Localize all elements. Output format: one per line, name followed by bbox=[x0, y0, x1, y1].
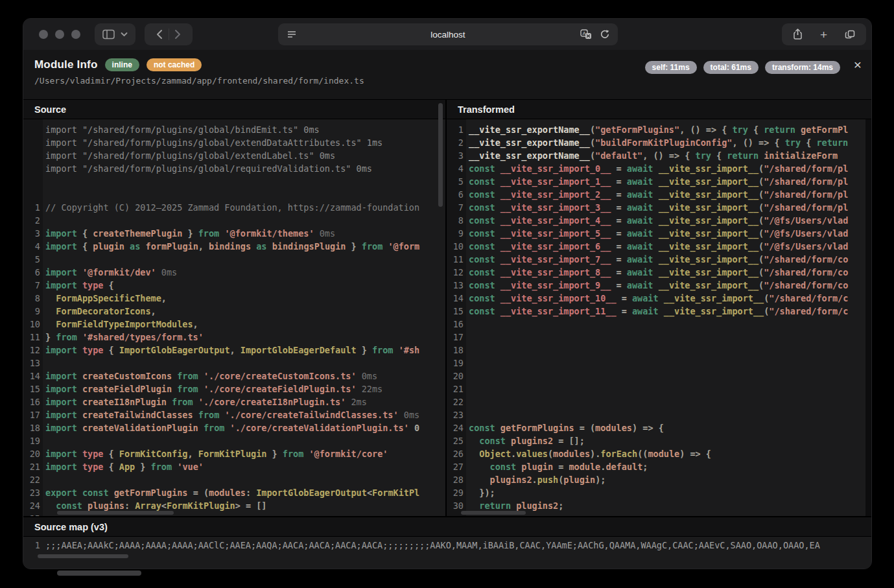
code-line: 29 }); bbox=[447, 486, 871, 499]
code-line: 7import type { bbox=[23, 279, 445, 292]
transformed-panel: Transformed 1__vite_ssr_exportName__("ge… bbox=[447, 100, 871, 517]
code-line: 3__vite_ssr_exportName__("default", () =… bbox=[447, 149, 871, 162]
sourcemap-title: Source map (v3) bbox=[23, 517, 871, 537]
code-line: 11} from '#shared/types/form.ts' bbox=[23, 331, 445, 344]
code-line: import "/shared/form/plugins/global/exte… bbox=[23, 136, 445, 149]
desktop: { "browser": { "url": "localhost", "icon… bbox=[0, 0, 894, 588]
code-line: 1__vite_ssr_exportName__("getFormPlugins… bbox=[447, 123, 871, 136]
code-line: 13 bbox=[23, 357, 445, 370]
page-title: Module Info bbox=[34, 58, 98, 71]
code-line: 17 bbox=[447, 331, 871, 344]
close-window-button[interactable] bbox=[39, 30, 48, 39]
toolbar-right-group: + bbox=[782, 23, 866, 45]
code-line bbox=[23, 175, 445, 188]
code-line: 2 bbox=[23, 214, 445, 227]
sourcemap-horizontal-scrollbar[interactable] bbox=[38, 554, 128, 558]
code-line: 14import createCustomIcons from './core/… bbox=[23, 370, 445, 382]
code-line: 6const __vite_ssr_import_2__ = await __v… bbox=[447, 188, 871, 201]
code-line: import "/shared/form/plugins/global/requ… bbox=[23, 162, 445, 175]
source-panel: Source import "/shared/form/plugins/glob… bbox=[23, 100, 447, 517]
code-line: 8 FormAppSpecificTheme, bbox=[23, 292, 445, 305]
source-horizontal-scrollbar[interactable] bbox=[57, 511, 174, 515]
source-vertical-scrollbar[interactable] bbox=[438, 103, 443, 207]
code-line: 1;;;AAEA;AAAkC;AAAA;AAAA;AAAA;AAClC;AAEA… bbox=[23, 539, 871, 552]
code-line: 15const __vite_ssr_import_11__ = await _… bbox=[447, 305, 871, 318]
browser-toolbar: localhost A bbox=[23, 19, 871, 50]
close-icon[interactable]: × bbox=[854, 58, 862, 71]
code-line: 11const __vite_ssr_import_7__ = await __… bbox=[447, 253, 871, 266]
code-line: 3import { createThemePlugin } from '@for… bbox=[23, 227, 445, 240]
sidebar-toggle-group bbox=[95, 23, 135, 45]
code-line: 21 bbox=[447, 382, 871, 395]
code-line: 18import createValidationPlugin from './… bbox=[23, 421, 445, 434]
nav-buttons bbox=[145, 23, 193, 45]
code-line: 1// Copyright (C) 2012–2025 Zammad Found… bbox=[23, 201, 445, 214]
code-line: 30 return plugins2; bbox=[447, 499, 871, 512]
share-icon[interactable] bbox=[792, 28, 803, 41]
sourcemap-section: Source map (v3) 1;;;AAEA;AAAkC;AAAA;AAAA… bbox=[23, 516, 871, 569]
code-line: 12import type { ImportGlobEagerOutput, I… bbox=[23, 344, 445, 357]
sidebar-icon[interactable] bbox=[102, 29, 115, 40]
chevron-down-icon[interactable] bbox=[121, 32, 128, 37]
code-line: 2__vite_ssr_exportName__("buildFormKitPl… bbox=[447, 136, 871, 149]
code-line bbox=[23, 188, 445, 201]
sourcemap-code: 1;;;AAEA;AAAkC;AAAA;AAAA;AAAA;AAClC;AAEA… bbox=[23, 537, 871, 552]
code-line: 24 const plugins: Array<FormKitPlugin> =… bbox=[23, 499, 445, 512]
code-line: 27 const plugin = module.default; bbox=[447, 460, 871, 473]
not-cached-badge: not cached bbox=[147, 58, 202, 71]
forward-button[interactable] bbox=[174, 29, 182, 40]
code-line: 17import createTailwindClasses from './c… bbox=[23, 408, 445, 421]
code-line: 9 FormDecoratorIcons, bbox=[23, 305, 445, 318]
code-line: 10const __vite_ssr_import_6__ = await __… bbox=[447, 240, 871, 253]
source-code: import "/shared/form/plugins/global/bind… bbox=[23, 119, 445, 517]
tab-overview-icon[interactable] bbox=[844, 29, 856, 40]
code-line: import "/shared/form/plugins/global/exte… bbox=[23, 149, 445, 162]
code-line: 15import createFieldPlugin from './core/… bbox=[23, 382, 445, 395]
code-line: 22 bbox=[23, 473, 445, 486]
code-line: 23 bbox=[447, 408, 871, 421]
code-panels: Source import "/shared/form/plugins/glob… bbox=[23, 99, 871, 517]
code-line: 18 bbox=[447, 344, 871, 357]
code-line: 13const __vite_ssr_import_9__ = await __… bbox=[447, 279, 871, 292]
code-line: 26 Object.values(modules).forEach((modul… bbox=[447, 447, 871, 460]
code-line: 12const __vite_ssr_import_8__ = await __… bbox=[447, 266, 871, 279]
module-info-header: Module Info inline not cached self: 11ms… bbox=[23, 50, 871, 99]
source-panel-title: Source bbox=[23, 100, 445, 119]
address-bar[interactable]: localhost A bbox=[278, 23, 618, 45]
code-line: 23export const getFormPlugins = (modules… bbox=[23, 486, 445, 499]
code-line: 19 bbox=[447, 357, 871, 370]
browser-window: localhost A bbox=[23, 18, 872, 569]
code-line: 14const __vite_ssr_import_10__ = await _… bbox=[447, 292, 871, 305]
timing-badges: self: 11ms total: 61ms transform: 14ms bbox=[645, 61, 840, 74]
window-controls bbox=[39, 30, 80, 39]
minimize-window-button[interactable] bbox=[55, 30, 64, 39]
transformed-horizontal-scrollbar[interactable] bbox=[461, 511, 526, 515]
nav-divider bbox=[169, 29, 169, 40]
code-line: 9const __vite_ssr_import_5__ = await __v… bbox=[447, 227, 871, 240]
code-line: 4import { plugin as formPlugin, bindings… bbox=[23, 240, 445, 253]
code-line: 20 bbox=[447, 370, 871, 382]
code-line: 16import createI18nPlugin from './core/c… bbox=[23, 395, 445, 408]
code-line: 22 bbox=[447, 395, 871, 408]
new-tab-icon[interactable]: + bbox=[820, 29, 827, 41]
code-line: 25 const plugins2 = []; bbox=[447, 434, 871, 447]
code-line: 21import type { App } from 'vue' bbox=[23, 460, 445, 473]
code-line: 7const __vite_ssr_import_3__ = await __v… bbox=[447, 201, 871, 214]
zoom-window-button[interactable] bbox=[71, 30, 80, 39]
code-line: 4const __vite_ssr_import_0__ = await __v… bbox=[447, 162, 871, 175]
transformed-code: 1__vite_ssr_exportName__("getFormPlugins… bbox=[447, 119, 871, 517]
code-line: 28 plugins2.push(plugin); bbox=[447, 473, 871, 486]
total-time-badge: total: 61ms bbox=[703, 61, 759, 74]
code-line: 20import type { FormKitConfig, FormKitPl… bbox=[23, 447, 445, 460]
code-line: 8const __vite_ssr_import_4__ = await __v… bbox=[447, 214, 871, 227]
code-line: 5const __vite_ssr_import_1__ = await __v… bbox=[447, 175, 871, 188]
back-button[interactable] bbox=[156, 29, 163, 40]
code-line: 16 bbox=[447, 318, 871, 331]
url-text: localhost bbox=[278, 30, 618, 40]
page-horizontal-scrollbar[interactable] bbox=[57, 570, 141, 576]
code-line: 19 bbox=[23, 434, 445, 447]
transformed-panel-title: Transformed bbox=[447, 100, 871, 119]
self-time-badge: self: 11ms bbox=[645, 61, 697, 74]
inline-badge: inline bbox=[105, 58, 139, 71]
code-line: 24const getFormPlugins = (modules) => { bbox=[447, 421, 871, 434]
